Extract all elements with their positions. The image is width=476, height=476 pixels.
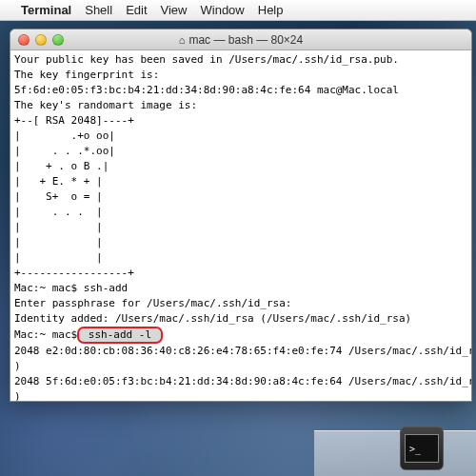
terminal-window: ⌂ mac — bash — 80×24 Your public key has… (10, 29, 472, 402)
window-title-text: mac — bash — 80×24 (188, 33, 303, 47)
output-line: | | (14, 236, 103, 248)
output-line: | . . . | (14, 206, 103, 218)
menu-shell[interactable]: Shell (85, 3, 112, 17)
window-title: ⌂ mac — bash — 80×24 (10, 33, 471, 47)
output-line: Your public key has been saved in /Users… (14, 53, 399, 66)
output-line: | . . .*.oo| (14, 145, 115, 157)
dock: >_ (0, 417, 476, 476)
titlebar[interactable]: ⌂ mac — bash — 80×24 (10, 30, 471, 50)
menu-window[interactable]: Window (201, 3, 245, 17)
menu-view[interactable]: View (161, 3, 188, 17)
output-line: ) (14, 390, 21, 401)
output-line: The key's randomart image is: (14, 99, 197, 111)
terminal-content[interactable]: Your public key has been saved in /Users… (10, 50, 471, 401)
output-line: ) (14, 360, 21, 372)
output-line: +-----------------+ (14, 267, 134, 279)
prompt: Mac:~ mac$ (14, 282, 84, 294)
app-menu[interactable]: Terminal (21, 3, 71, 17)
terminal-icon-screen: >_ (405, 434, 439, 463)
output-line: | S+ o = | (14, 190, 103, 203)
command-text: ssh-add (84, 282, 128, 294)
output-line: The key fingerprint is: (14, 69, 159, 81)
menu-edit[interactable]: Edit (126, 3, 147, 17)
output-line: | .+o oo| (14, 129, 115, 142)
dock-terminal-icon[interactable]: >_ (400, 426, 444, 470)
output-line: Enter passphrase for /Users/mac/.ssh/id_… (14, 297, 291, 309)
output-line: 2048 5f:6d:e0:05:f3:bc:b4:21:dd:34:8d:90… (14, 375, 471, 387)
home-icon: ⌂ (179, 34, 186, 46)
output-line: | | (14, 251, 103, 264)
output-line: | + E. * + | (14, 175, 103, 188)
menu-help[interactable]: Help (258, 3, 284, 17)
output-line: +--[ RSA 2048]----+ (14, 114, 134, 127)
output-line: 2048 e2:0d:80:cb:08:36:40:c8:26:e4:78:65… (14, 345, 471, 357)
output-line: 5f:6d:e0:05:f3:bc:b4:21:dd:34:8d:90:a8:4… (14, 84, 399, 96)
output-line: | + . o B .| (14, 160, 109, 172)
menu-bar: Terminal Shell Edit View Window Help (0, 0, 476, 21)
dock-shelf (314, 430, 476, 476)
prompt: Mac:~ mac$ (14, 328, 77, 341)
output-line: | | (14, 221, 103, 233)
terminal-icon-prompt: >_ (409, 444, 421, 454)
highlighted-command: ssh-add -l (77, 327, 162, 344)
output-line: Identity added: /Users/mac/.ssh/id_rsa (… (14, 312, 411, 325)
